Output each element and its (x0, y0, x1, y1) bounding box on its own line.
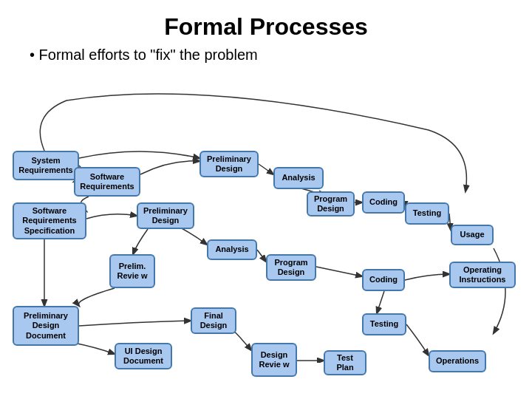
node-operations: Operations (429, 350, 486, 372)
node-finaldes: Final Design (191, 307, 236, 334)
node-progdes1: Program Design (307, 191, 355, 216)
node-analysis1: Analysis (273, 167, 324, 189)
node-usage: Usage (451, 225, 494, 245)
node-testplan: Test Plan (324, 350, 366, 375)
node-prelim1: Preliminary Design (200, 151, 259, 177)
node-coding2: Coding (362, 269, 405, 291)
node-swreq: Software Requirements (74, 167, 140, 197)
node-coding1: Coding (362, 191, 405, 214)
node-opins: Operating Instructions (449, 262, 516, 288)
node-prelimrev: Prelim. Revie w (109, 254, 155, 288)
diagram-area: System RequirementsSoftware Requirements… (0, 71, 532, 363)
node-progdes2: Program Design (266, 254, 316, 281)
node-desrev: Design Revie w (251, 343, 297, 377)
node-testing2: Testing (362, 313, 406, 335)
subtitle: • Formal efforts to "fix" the problem (0, 47, 532, 71)
node-swrspec: Software Requirements Specification (13, 202, 86, 239)
node-uidoc: UI Design Document (115, 343, 172, 369)
node-analysis2: Analysis (207, 239, 257, 260)
node-sysreq: System Requirements (13, 151, 79, 180)
node-testing1: Testing (405, 202, 449, 225)
page-title: Formal Processes (0, 0, 532, 47)
node-prelim2: Preliminary Design (137, 202, 194, 229)
node-preldd: Preliminary Design Document (13, 306, 79, 346)
